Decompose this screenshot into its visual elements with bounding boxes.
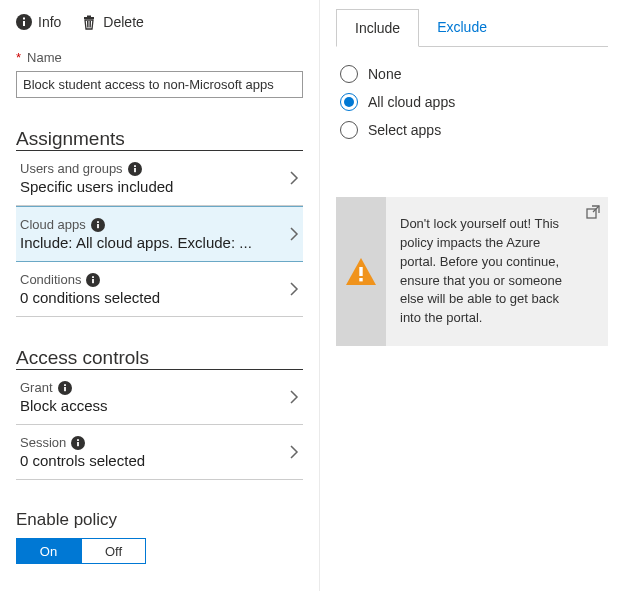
radio-circle	[340, 121, 358, 139]
accesscontrols-item-session[interactable]: Session 0 controls selected	[16, 425, 303, 480]
assignments-heading: Assignments	[16, 128, 303, 151]
delete-label: Delete	[103, 14, 143, 30]
svg-rect-18	[64, 387, 66, 391]
svg-rect-9	[134, 168, 136, 172]
radio-circle	[340, 65, 358, 83]
svg-rect-19	[64, 384, 66, 386]
info-button[interactable]: Info	[16, 14, 61, 30]
toggle-off[interactable]: Off	[81, 538, 146, 564]
name-label-text: Name	[27, 50, 62, 65]
enable-policy-toggle[interactable]: On Off	[16, 538, 146, 564]
right-panel: Include Exclude None All cloud apps Sele…	[320, 0, 624, 591]
chevron-right-icon	[289, 281, 299, 297]
info-icon	[58, 381, 72, 395]
radio-label: All cloud apps	[368, 94, 455, 110]
radio-selectapps[interactable]: Select apps	[340, 121, 608, 139]
left-panel: Info Delete * Name Assignments Users and…	[0, 0, 320, 591]
item-title: Conditions	[20, 272, 81, 287]
toggle-on[interactable]: On	[16, 538, 81, 564]
item-subtitle: 0 conditions selected	[20, 289, 289, 306]
info-icon	[86, 273, 100, 287]
name-input[interactable]	[16, 71, 303, 98]
svg-rect-22	[77, 439, 79, 441]
item-title: Cloud apps	[20, 217, 86, 232]
svg-rect-13	[97, 221, 99, 223]
svg-rect-1	[23, 21, 25, 26]
enable-policy-heading: Enable policy	[16, 510, 303, 530]
top-actions: Info Delete	[16, 10, 303, 36]
svg-rect-16	[93, 276, 95, 278]
item-subtitle: Specific users included	[20, 178, 289, 195]
svg-rect-23	[359, 267, 362, 276]
chevron-right-icon	[289, 389, 299, 405]
tab-include[interactable]: Include	[336, 9, 419, 47]
assignments-item-cloudapps[interactable]: Cloud apps Include: All cloud apps. Excl…	[16, 206, 303, 262]
radio-label: Select apps	[368, 122, 441, 138]
assignments-item-users[interactable]: Users and groups Specific users included	[16, 151, 303, 206]
item-title: Session	[20, 435, 66, 450]
svg-rect-10	[134, 165, 136, 167]
item-subtitle: 0 controls selected	[20, 452, 289, 469]
name-field-label: * Name	[16, 50, 303, 65]
info-icon	[16, 14, 32, 30]
chevron-right-icon	[289, 226, 299, 242]
warning-icon	[344, 255, 378, 289]
svg-rect-12	[97, 224, 99, 228]
access-controls-heading: Access controls	[16, 347, 303, 370]
info-label: Info	[38, 14, 61, 30]
radio-label: None	[368, 66, 401, 82]
tab-row: Include Exclude	[336, 8, 608, 47]
trash-icon	[81, 14, 97, 30]
svg-rect-3	[84, 17, 94, 19]
svg-rect-4	[87, 16, 91, 18]
radio-allcloudapps[interactable]: All cloud apps	[340, 93, 608, 111]
accesscontrols-item-grant[interactable]: Grant Block access	[16, 370, 303, 425]
cloudapps-radio-group: None All cloud apps Select apps	[320, 47, 624, 147]
warning-text: Don't lock yourself out! This policy imp…	[386, 197, 608, 346]
info-icon	[71, 436, 85, 450]
warning-icon-strip	[336, 197, 386, 346]
item-title: Users and groups	[20, 161, 123, 176]
svg-rect-15	[93, 279, 95, 283]
tab-exclude[interactable]: Exclude	[419, 9, 505, 47]
item-title: Grant	[20, 380, 53, 395]
svg-rect-21	[77, 442, 79, 446]
svg-rect-24	[359, 278, 362, 281]
info-icon	[128, 162, 142, 176]
required-star: *	[16, 50, 21, 65]
chevron-right-icon	[289, 444, 299, 460]
radio-none[interactable]: None	[340, 65, 608, 83]
info-icon	[91, 218, 105, 232]
chevron-right-icon	[289, 170, 299, 186]
warning-panel: Don't lock yourself out! This policy imp…	[336, 197, 608, 346]
popout-icon[interactable]	[586, 205, 600, 219]
svg-rect-2	[23, 18, 25, 20]
assignments-item-conditions[interactable]: Conditions 0 conditions selected	[16, 262, 303, 317]
radio-circle	[340, 93, 358, 111]
item-subtitle: Include: All cloud apps. Exclude: ...	[20, 234, 289, 251]
delete-button[interactable]: Delete	[81, 14, 143, 30]
item-subtitle: Block access	[20, 397, 289, 414]
